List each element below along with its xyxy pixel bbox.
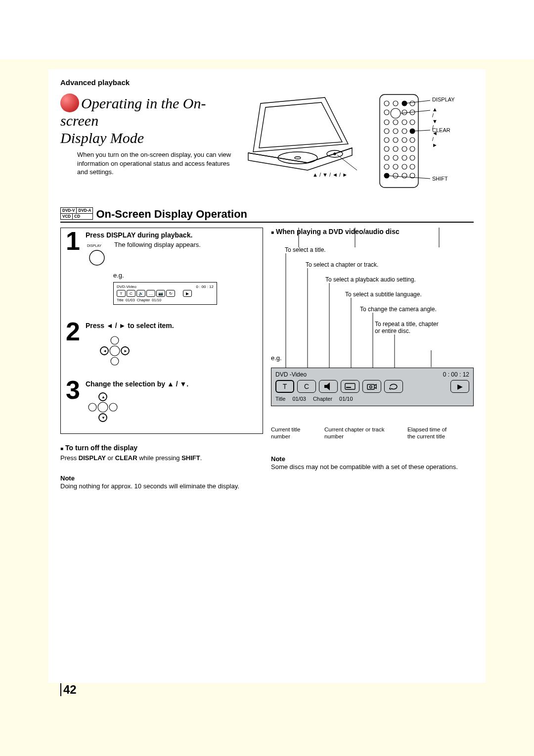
svg-point-0 <box>278 152 317 164</box>
step-2-pre: Press <box>86 322 106 330</box>
remote-icon <box>377 92 431 190</box>
svg-point-1 <box>295 157 301 159</box>
red-sphere-icon <box>60 94 79 112</box>
osd-mini-ch-lbl: Chapter <box>137 298 150 302</box>
steps-box: 1 Press DISPLAY during playback. DISPLAY <box>60 228 263 434</box>
big-play-icon: ▶ <box>450 380 469 393</box>
step-3-heading: Change the selection by ▲ / ▼. <box>86 380 258 388</box>
svg-point-71 <box>370 386 372 388</box>
svg-rect-69 <box>346 387 351 388</box>
dvd-eg: e.g. <box>271 354 474 362</box>
svg-point-47 <box>110 346 120 356</box>
display-btn-label: DISPLAY <box>87 244 101 247</box>
step-1-text: The following display appears. <box>114 241 201 248</box>
nav-pad-lr-icon: ◄► <box>97 333 258 370</box>
osd-mini-time: 0 : 00 : 12 <box>196 284 214 289</box>
osd-mini: DVD-Video 0 : 00 : 12 T C 🔊 … 📷 ↻ <box>113 282 217 305</box>
osd-mini-type: DVD-Video <box>117 284 136 289</box>
step-2-heading: Press ◄ / ► to select item. <box>86 322 258 330</box>
page-number: 42 <box>60 683 77 697</box>
osd-t-icon: T <box>117 290 126 297</box>
big-subtitle-icon <box>341 380 359 393</box>
osd-mini-title-lbl: Title <box>117 298 124 302</box>
osd-big-ch-val: 01/10 <box>339 396 353 402</box>
osd-play-icon: ▶ <box>183 290 192 297</box>
note-left-heading: Note <box>60 474 263 482</box>
step-1-eg: e.g. <box>113 272 258 279</box>
osd-mini-ch-val: 01/10 <box>152 298 161 302</box>
remote-shift-label: SHIFT <box>432 176 448 182</box>
section-header: Advanced playback <box>60 78 474 87</box>
step-1-heading: Press DISPLAY during playback. <box>86 231 258 239</box>
note-left-text: Doing nothing for approx. 10 seconds wil… <box>60 482 263 491</box>
badge-cd: CD <box>73 214 82 219</box>
svg-point-49 <box>111 357 119 365</box>
step-3-arrows: ▲ / ▼ <box>167 380 186 388</box>
big-angle-icon <box>362 380 381 393</box>
osd-angle-icon: 📷 <box>156 290 165 297</box>
callout-2a: Current chapter or track <box>324 426 384 432</box>
nav-pad-ud-icon: ▲▼ <box>86 390 258 426</box>
sel-chapter: To select a chapter or track. <box>306 261 378 269</box>
callout-2b: number <box>324 433 344 439</box>
sel-repeat2: or entire disc. <box>375 328 410 335</box>
dvd-player-icon <box>238 94 362 183</box>
turn-off-heading: ■To turn off the display <box>60 444 263 452</box>
svg-point-54 <box>98 402 108 412</box>
player-arrows-label: ▲ / ▼ / ◄ / ► <box>312 172 348 178</box>
big-t-icon: T <box>275 380 294 393</box>
osd-audio-icon: 🔊 <box>136 290 145 297</box>
sel-subtitle: To select a subtitle language. <box>345 291 422 299</box>
callout-1a: Current title <box>271 426 300 432</box>
osd-subtitle-icon: … <box>146 290 155 297</box>
turn-off-text: Press DISPLAY or CLEAR while pressing SH… <box>60 454 263 463</box>
title-block: Operating in the On-screen Display Mode … <box>60 94 238 177</box>
note-right-text: Some discs may not be compatible with a … <box>271 463 474 472</box>
svg-rect-70 <box>367 384 374 389</box>
badge-vcd: VCD <box>61 214 73 219</box>
disc-type-badges: DVD-V DVD-A VCD CD <box>60 207 93 220</box>
display-button-icon: DISPLAY <box>86 243 108 270</box>
svg-text:►: ► <box>124 349 128 353</box>
step-3-post: . <box>186 380 188 388</box>
step-2-arrows: ◄ / ► <box>106 322 126 330</box>
note-right-heading: Note <box>271 455 474 463</box>
osd-repeat-icon: ↻ <box>166 290 175 297</box>
svg-point-57 <box>89 403 96 411</box>
callout-1b: number <box>271 433 290 439</box>
section-title: On-Screen Display Operation <box>96 208 247 221</box>
svg-text:▼: ▼ <box>101 416 105 420</box>
big-repeat-icon <box>384 380 403 393</box>
remote-clear-label: CLEAR <box>432 127 450 133</box>
sel-title: To select a title. <box>285 246 326 254</box>
badge-dvd-a: DVD-A <box>77 208 92 213</box>
svg-text:▲: ▲ <box>101 395 105 399</box>
big-c-icon: C <box>297 380 316 393</box>
osd-big-type: DVD -Video <box>275 371 307 378</box>
svg-point-48 <box>111 336 119 344</box>
step-1-number: 1 <box>66 231 86 252</box>
osd-c-icon: C <box>127 290 135 297</box>
svg-text:◄: ◄ <box>103 349 107 353</box>
sel-angle: To change the camera angle. <box>360 306 437 314</box>
badge-dvd-v: DVD-V <box>61 208 77 213</box>
callout-3b: the current title <box>407 433 445 439</box>
step-2-number: 2 <box>66 322 86 342</box>
osd-big: DVD -Video 0 : 00 : 12 T C ▶ <box>271 368 474 406</box>
dvd-heading: ■When playing a DVD video/audio disc <box>271 228 474 236</box>
osd-big-time: 0 : 00 : 12 <box>443 371 469 378</box>
title-line2: Display Mode <box>60 130 144 146</box>
svg-point-58 <box>109 403 117 411</box>
osd-big-ch-lbl: Chapter <box>313 396 332 402</box>
step-2-post: to select item. <box>126 322 174 330</box>
device-illustrations: ▲ / ▼ / ◄ / ► <box>238 94 474 192</box>
svg-rect-68 <box>345 383 355 389</box>
sel-audio: To select a playback audio setting. <box>325 276 416 284</box>
title-line1: Operating in the On-screen <box>60 95 206 129</box>
step-3-pre: Change the selection by <box>86 380 167 388</box>
osd-big-title-lbl: Title <box>275 396 285 402</box>
callout-3a: Elapsed time of <box>407 426 446 432</box>
svg-point-46 <box>89 250 104 265</box>
osd-mini-title-val: 01/03 <box>126 298 135 302</box>
big-audio-icon <box>319 380 338 393</box>
